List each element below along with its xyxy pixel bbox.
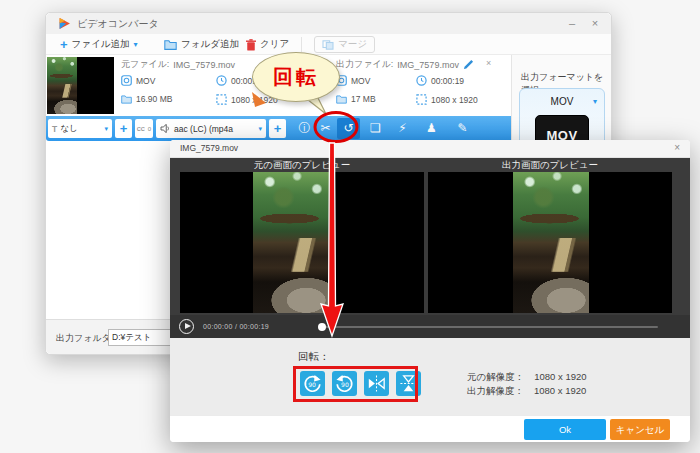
add-folder-label: フォルダ追加	[181, 38, 239, 51]
edit-pencil-icon[interactable]	[463, 59, 474, 70]
cc-button[interactable]: cc0	[135, 119, 153, 138]
app-title: ビデオコンバータ	[77, 17, 159, 31]
audio-value: aac (LC) (mp4a	[174, 124, 233, 134]
source-resolution-line: 元の解像度： 1080 x 1920	[467, 371, 587, 384]
chevron-down-icon: ▾	[133, 40, 137, 49]
video-thumbnail	[47, 57, 114, 114]
app-logo-icon	[58, 17, 71, 30]
rotate-icon[interactable]: ↺	[337, 118, 360, 139]
source-preview	[180, 172, 424, 313]
plus-icon: +	[60, 38, 68, 51]
trash-icon	[246, 39, 256, 51]
speaker-icon	[160, 124, 171, 133]
preview-area: 元の画面のプレビュー 出力画面のプレビュー 00:00:00 / 00:00:1…	[170, 158, 690, 338]
format-icon	[121, 75, 132, 86]
merge-icon	[322, 40, 334, 50]
titlebar: ビデオコンバータ – ×	[46, 13, 611, 34]
time-display: 00:00:00 / 00:00:19	[203, 323, 269, 330]
add-audio-button[interactable]: +	[269, 119, 286, 138]
player-bar: 00:00:00 / 00:00:19	[170, 315, 690, 338]
merge-button[interactable]: マージ	[314, 36, 375, 53]
source-preview-label: 元の画面のプレビュー	[180, 159, 424, 172]
remove-file-icon[interactable]: ×	[486, 58, 491, 68]
output-file-label: 出力ファイル:	[336, 58, 393, 71]
chevron-down-icon: ▾	[258, 125, 262, 133]
rotate-controls-area: 回転： 90 90	[170, 338, 690, 415]
edit-toolbar: T なし ▾ + cc0 aac (LC) (mp4a ▾ + ⓘ ✂ ↺ ❏ …	[46, 116, 511, 141]
dialog-title: IMG_7579.mov	[180, 143, 238, 153]
add-subtitle-button[interactable]: +	[115, 119, 132, 138]
pen-icon[interactable]: ✎	[451, 118, 474, 139]
subtitle-select[interactable]: T なし ▾	[48, 119, 112, 138]
rotate-label: 回転：	[298, 350, 330, 364]
effect-icon[interactable]: ⚡	[391, 118, 414, 139]
ok-button[interactable]: Ok	[524, 419, 606, 440]
cc-badge: 0	[148, 126, 151, 132]
desktop: ビデオコンバータ – × + ファイル追加 ▾ フォルダ追加 クリア マージ	[0, 0, 700, 453]
format-select[interactable]: MOV ▾	[520, 89, 604, 113]
toolbar-divider	[301, 37, 302, 52]
audio-track-select[interactable]: aac (LC) (mp4a ▾	[156, 119, 266, 138]
cut-icon[interactable]: ✂	[314, 118, 337, 139]
merge-label: マージ	[338, 38, 367, 51]
cancel-button[interactable]: キャンセル	[610, 419, 670, 440]
crop-icon[interactable]: ❏	[364, 118, 387, 139]
clear-button[interactable]: クリア	[246, 36, 289, 53]
dialog-titlebar: IMG_7579.mov ×	[170, 140, 690, 158]
resolution-icon	[416, 94, 427, 105]
output-duration: 00:00:19	[416, 75, 464, 86]
source-video-frame	[253, 172, 329, 313]
output-format: MOV	[336, 75, 370, 86]
add-folder-button[interactable]: フォルダ追加	[164, 36, 239, 53]
source-format: MOV	[121, 75, 155, 86]
source-res-label: 元の解像度：	[467, 371, 524, 384]
chevron-down-icon: ▾	[104, 125, 108, 133]
source-file-label: 元ファイル:	[121, 58, 169, 71]
output-res-label: 出力解像度：	[467, 385, 524, 398]
info-icon[interactable]: ⓘ	[293, 118, 316, 139]
main-toolbar: + ファイル追加 ▾ フォルダ追加 クリア マージ	[46, 34, 611, 55]
close-button[interactable]: ×	[586, 15, 604, 31]
add-file-button[interactable]: + ファイル追加 ▾	[60, 36, 138, 53]
clock-icon	[216, 75, 227, 86]
seek-handle[interactable]	[318, 323, 326, 331]
rotate-dialog: IMG_7579.mov × 元の画面のプレビュー 出力画面のプレビュー 00:…	[170, 140, 690, 442]
output-resolution: 1080 x 1920	[416, 94, 478, 105]
annotation-red-box	[293, 366, 418, 402]
clock-icon	[416, 75, 427, 86]
watermark-icon[interactable]: ♟	[420, 118, 443, 139]
thumbnail-frame	[47, 57, 77, 114]
add-file-label: ファイル追加	[72, 38, 130, 51]
seek-bar[interactable]	[322, 326, 658, 328]
chevron-down-icon: ▾	[593, 97, 597, 106]
output-preview-label: 出力画面のプレビュー	[428, 159, 672, 172]
format-selected-value: MOV	[551, 96, 574, 107]
annotation-callout-bubble: 回転	[252, 52, 340, 102]
output-size: 17 MB	[336, 94, 376, 104]
play-button[interactable]	[179, 319, 194, 334]
subtitle-track-icon: T	[52, 124, 57, 134]
folder-icon	[164, 39, 177, 50]
output-file-info: 出力ファイル: IMG_7579.mov MOV 00:00:19 17 MB	[336, 58, 506, 71]
resolution-icon	[216, 94, 227, 105]
subtitle-value: なし	[60, 123, 77, 135]
dialog-footer: Ok キャンセル	[170, 415, 690, 442]
file-size-icon	[121, 94, 132, 104]
source-size: 16.90 MB	[121, 94, 172, 104]
file-size-icon	[336, 94, 347, 104]
output-res-value: 1080 x 1920	[534, 385, 586, 398]
minimize-button[interactable]: –	[563, 15, 581, 31]
output-preview	[428, 172, 672, 313]
output-resolution-line: 出力解像度： 1080 x 1920	[467, 385, 586, 398]
clear-label: クリア	[260, 38, 289, 51]
output-file-name: IMG_7579.mov	[397, 60, 459, 70]
source-file-name: IMG_7579.mov	[173, 60, 235, 70]
output-video-frame	[513, 172, 589, 313]
source-res-value: 1080 x 1920	[534, 371, 586, 384]
dialog-close-icon[interactable]: ×	[674, 142, 680, 153]
annotation-bubble-text: 回転	[273, 64, 319, 91]
